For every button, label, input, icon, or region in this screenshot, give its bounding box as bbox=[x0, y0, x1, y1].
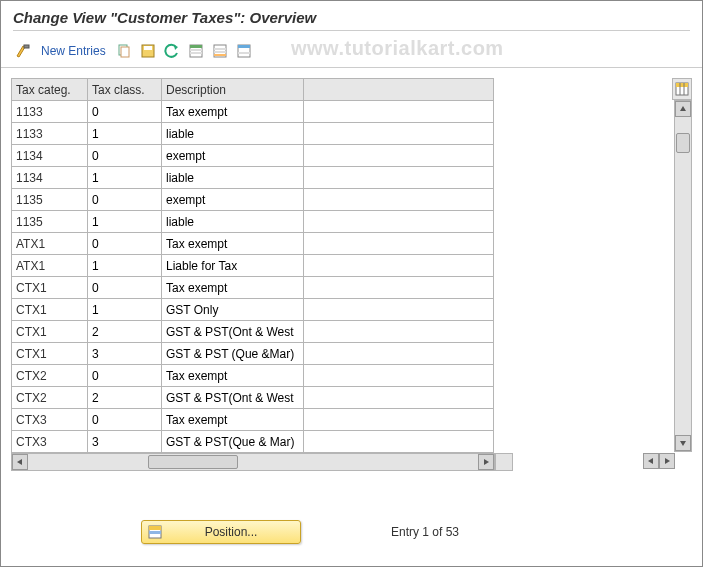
cell-tax-categ[interactable]: 1133 bbox=[12, 101, 88, 123]
cell-tax-categ[interactable]: CTX1 bbox=[12, 299, 88, 321]
table-header-row: Tax categ. Tax class. Description bbox=[12, 79, 494, 101]
col-header-tax-categ[interactable]: Tax categ. bbox=[12, 79, 88, 101]
table-row[interactable]: CTX13GST & PST (Que &Mar) bbox=[12, 343, 494, 365]
cell-description[interactable]: liable bbox=[162, 123, 304, 145]
cell-tax-categ[interactable]: ATX1 bbox=[12, 255, 88, 277]
cell-tax-class[interactable]: 1 bbox=[88, 299, 162, 321]
table-row[interactable]: CTX11GST Only bbox=[12, 299, 494, 321]
outer-scroll-right-icon[interactable] bbox=[659, 453, 675, 469]
col-header-tax-class[interactable]: Tax class. bbox=[88, 79, 162, 101]
cell-description[interactable]: exempt bbox=[162, 189, 304, 211]
cell-description[interactable]: Tax exempt bbox=[162, 101, 304, 123]
cell-tax-class[interactable]: 0 bbox=[88, 145, 162, 167]
scroll-up-icon[interactable] bbox=[675, 101, 691, 117]
cell-tax-categ[interactable]: 1134 bbox=[12, 145, 88, 167]
table-row[interactable]: CTX20Tax exempt bbox=[12, 365, 494, 387]
cell-tax-class[interactable]: 3 bbox=[88, 431, 162, 453]
table-row[interactable]: CTX12GST & PST(Ont & West bbox=[12, 321, 494, 343]
cell-description[interactable]: exempt bbox=[162, 145, 304, 167]
table-row[interactable]: 11341liable bbox=[12, 167, 494, 189]
svg-rect-10 bbox=[214, 48, 226, 50]
table-row[interactable]: CTX10Tax exempt bbox=[12, 277, 494, 299]
cell-tax-class[interactable]: 0 bbox=[88, 365, 162, 387]
change-toggle-icon[interactable] bbox=[13, 41, 33, 61]
svg-rect-21 bbox=[149, 526, 161, 530]
footer: Position... Entry 1 of 53 bbox=[1, 520, 702, 544]
vscroll-track[interactable] bbox=[675, 117, 691, 435]
scroll-right-icon[interactable] bbox=[478, 454, 494, 470]
cell-tax-categ[interactable]: CTX3 bbox=[12, 409, 88, 431]
cell-tax-class[interactable]: 1 bbox=[88, 123, 162, 145]
cell-blank bbox=[304, 321, 494, 343]
cell-tax-class[interactable]: 1 bbox=[88, 255, 162, 277]
cell-tax-class[interactable]: 0 bbox=[88, 189, 162, 211]
table-row[interactable]: ATX11Liable for Tax bbox=[12, 255, 494, 277]
cell-tax-categ[interactable]: CTX1 bbox=[12, 277, 88, 299]
table-row[interactable]: 11330Tax exempt bbox=[12, 101, 494, 123]
cell-description[interactable]: liable bbox=[162, 167, 304, 189]
cell-tax-class[interactable]: 1 bbox=[88, 211, 162, 233]
scroll-left-icon[interactable] bbox=[12, 454, 28, 470]
col-header-description[interactable]: Description bbox=[162, 79, 304, 101]
table-row[interactable]: 11340exempt bbox=[12, 145, 494, 167]
table-config-icon[interactable] bbox=[672, 78, 692, 100]
cell-description[interactable]: Tax exempt bbox=[162, 277, 304, 299]
table-area: Tax categ. Tax class. Description 11330T… bbox=[11, 78, 692, 471]
cell-tax-categ[interactable]: CTX3 bbox=[12, 431, 88, 453]
cell-tax-categ[interactable]: CTX1 bbox=[12, 343, 88, 365]
cell-description[interactable]: GST Only bbox=[162, 299, 304, 321]
cell-description[interactable]: Tax exempt bbox=[162, 365, 304, 387]
cell-tax-categ[interactable]: 1134 bbox=[12, 167, 88, 189]
cell-description[interactable]: liable bbox=[162, 211, 304, 233]
cell-tax-class[interactable]: 2 bbox=[88, 387, 162, 409]
position-button[interactable]: Position... bbox=[141, 520, 301, 544]
table-row[interactable]: CTX33GST & PST(Que & Mar) bbox=[12, 431, 494, 453]
cell-tax-categ[interactable]: CTX2 bbox=[12, 365, 88, 387]
scroll-down-icon[interactable] bbox=[675, 435, 691, 451]
table-settings-icon[interactable] bbox=[234, 41, 254, 61]
cell-tax-class[interactable]: 1 bbox=[88, 167, 162, 189]
cell-blank bbox=[304, 277, 494, 299]
svg-rect-12 bbox=[214, 54, 226, 56]
title-divider bbox=[13, 30, 690, 31]
cell-description[interactable]: Tax exempt bbox=[162, 233, 304, 255]
svg-rect-8 bbox=[190, 52, 202, 54]
cell-description[interactable]: Tax exempt bbox=[162, 409, 304, 431]
cell-tax-categ[interactable]: 1133 bbox=[12, 123, 88, 145]
new-entries-button[interactable]: New Entries bbox=[37, 41, 110, 61]
cell-tax-categ[interactable]: CTX1 bbox=[12, 321, 88, 343]
undo-icon[interactable] bbox=[162, 41, 182, 61]
cell-tax-class[interactable]: 2 bbox=[88, 321, 162, 343]
table-row[interactable]: CTX22GST & PST(Ont & West bbox=[12, 387, 494, 409]
outer-scroll-left-icon[interactable] bbox=[643, 453, 659, 469]
cell-tax-class[interactable]: 0 bbox=[88, 101, 162, 123]
cell-tax-categ[interactable]: 1135 bbox=[12, 189, 88, 211]
table-row[interactable]: ATX10Tax exempt bbox=[12, 233, 494, 255]
cell-tax-class[interactable]: 0 bbox=[88, 409, 162, 431]
cell-description[interactable]: Liable for Tax bbox=[162, 255, 304, 277]
svg-rect-15 bbox=[238, 52, 250, 54]
copy-icon[interactable] bbox=[114, 41, 134, 61]
vertical-scrollbar[interactable] bbox=[674, 100, 692, 452]
deselect-all-icon[interactable] bbox=[210, 41, 230, 61]
table-row[interactable]: CTX30Tax exempt bbox=[12, 409, 494, 431]
save-icon[interactable] bbox=[138, 41, 158, 61]
cell-tax-categ[interactable]: 1135 bbox=[12, 211, 88, 233]
select-all-icon[interactable] bbox=[186, 41, 206, 61]
cell-tax-class[interactable]: 0 bbox=[88, 277, 162, 299]
cell-description[interactable]: GST & PST(Ont & West bbox=[162, 387, 304, 409]
cell-description[interactable]: GST & PST (Que &Mar) bbox=[162, 343, 304, 365]
cell-tax-class[interactable]: 3 bbox=[88, 343, 162, 365]
table-row[interactable]: 11350exempt bbox=[12, 189, 494, 211]
cell-description[interactable]: GST & PST(Ont & West bbox=[162, 321, 304, 343]
cell-tax-categ[interactable]: ATX1 bbox=[12, 233, 88, 255]
horizontal-scrollbar[interactable] bbox=[11, 453, 495, 471]
table-row[interactable]: 11351liable bbox=[12, 211, 494, 233]
hscroll-thumb[interactable] bbox=[148, 455, 238, 469]
vscroll-thumb[interactable] bbox=[676, 133, 690, 153]
hscroll-track[interactable] bbox=[28, 454, 478, 470]
cell-tax-categ[interactable]: CTX2 bbox=[12, 387, 88, 409]
table-row[interactable]: 11331liable bbox=[12, 123, 494, 145]
cell-description[interactable]: GST & PST(Que & Mar) bbox=[162, 431, 304, 453]
cell-tax-class[interactable]: 0 bbox=[88, 233, 162, 255]
